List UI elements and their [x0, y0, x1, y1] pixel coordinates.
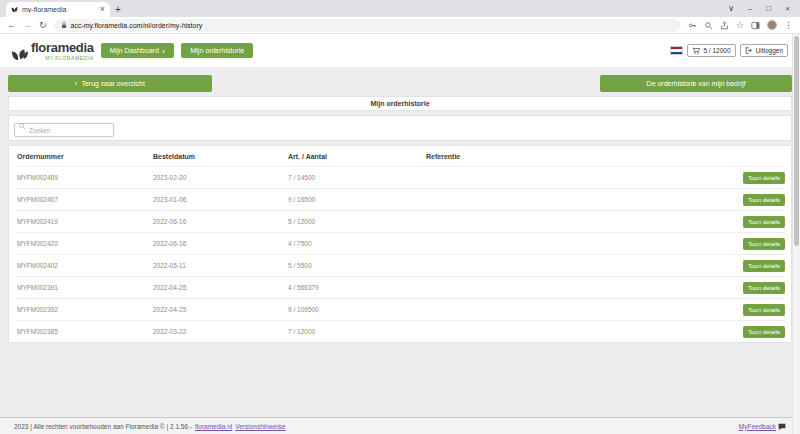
toon-details-button[interactable]: Toon details: [743, 194, 785, 206]
table-row: MYFM002467 2023-01-06 9 / 16500 Toon det…: [15, 188, 785, 210]
back-icon[interactable]: ←: [7, 21, 16, 30]
cart-icon: [692, 47, 700, 54]
table-row: MYFM002489 2023-02-20 7 / 14500 Toon det…: [15, 166, 785, 188]
key-icon[interactable]: [688, 21, 697, 30]
search-input[interactable]: [14, 123, 114, 137]
cell-art-aantal: 9 / 16500: [288, 196, 426, 203]
cell-art-aantal: 7 / 12000: [288, 328, 426, 335]
col-header-referentie: Referentie: [426, 153, 733, 160]
profile-avatar[interactable]: [767, 20, 777, 30]
leaf-icon: [12, 48, 28, 61]
bookmark-star-icon[interactable]: ☆: [736, 21, 744, 30]
floramedia-logo[interactable]: floramedia MY.FLORAMEDIA: [12, 41, 94, 61]
scrollbar-thumb[interactable]: [794, 36, 799, 246]
menu-dots-icon[interactable]: ⋮: [784, 21, 793, 30]
cell-besteldatum: 2023-02-20: [153, 174, 288, 181]
table-row: MYFM002391 2022-04-25 4 / 566379 Toon de…: [15, 276, 785, 298]
logout-button[interactable]: Uitloggen: [740, 44, 788, 57]
toon-details-button[interactable]: Toon details: [743, 260, 785, 272]
browser-tab[interactable]: my-floramedia ×: [6, 2, 110, 17]
cell-besteldatum: 2022-05-11: [153, 262, 288, 269]
window-chevron-icon[interactable]: ∨: [728, 5, 734, 13]
new-tab-button[interactable]: +: [110, 4, 126, 17]
cell-ordernummer: MYFM002467: [15, 196, 153, 203]
cell-art-aantal: 4 / 566379: [288, 284, 426, 291]
lock-icon: [61, 21, 67, 29]
browser-toolbar: ← → ↻ acc-my.floramedia.com/nl/order/my-…: [0, 17, 800, 34]
cell-art-aantal: 9 / 109500: [288, 306, 426, 313]
version-notes-link[interactable]: Versionshinweise: [235, 423, 285, 430]
table-header-row: Ordernummer Besteldatum Art. / Aantal Re…: [15, 146, 785, 166]
browser-chrome: my-floramedia × + ∨ – □ × ← → ↻ acc-my.f…: [0, 0, 800, 34]
cell-art-aantal: 7 / 14500: [288, 174, 426, 181]
minimize-button[interactable]: –: [748, 5, 752, 13]
page-title: Mijn orderhistorie: [8, 96, 792, 111]
table-row: MYFM002419 2022-06-16 5 / 12000 Toon det…: [15, 210, 785, 232]
tab-strip: my-floramedia × + ∨ – □ ×: [0, 0, 800, 17]
site-header: floramedia MY.FLORAMEDIA Mijn Dashboard …: [0, 34, 800, 67]
search-icon: [18, 122, 26, 130]
side-panel-icon[interactable]: [751, 21, 760, 30]
cell-ordernummer: MYFM002420: [15, 240, 153, 247]
window-controls: ∨ – □ ×: [718, 1, 800, 16]
copyright-text: 2023 | Alle rechten voorbehouden aan Flo…: [14, 423, 192, 430]
nav-orderhistory-button[interactable]: Mijn orderhistorie: [181, 43, 253, 58]
floramedia-link[interactable]: floramedia.nl: [195, 423, 232, 430]
cell-art-aantal: 5 / 12000: [288, 218, 426, 225]
forward-icon[interactable]: →: [23, 21, 32, 30]
share-icon[interactable]: [720, 21, 729, 30]
cell-besteldatum: 2022-04-25: [153, 306, 288, 313]
toon-details-button[interactable]: Toon details: [743, 172, 785, 184]
cell-ordernummer: MYFM002419: [15, 218, 153, 225]
cell-ordernummer: MYFM002402: [15, 262, 153, 269]
toon-details-button[interactable]: Toon details: [743, 282, 785, 294]
url-text: acc-my.floramedia.com/nl/order/my-histor…: [71, 22, 203, 29]
cell-ordernummer: MYFM002392: [15, 306, 153, 313]
table-row: MYFM002392 2022-04-25 9 / 109500 Toon de…: [15, 298, 785, 320]
table-row: MYFM002402 2022-05-11 5 / 5500 Toon deta…: [15, 254, 785, 276]
cell-besteldatum: 2023-01-06: [153, 196, 288, 203]
cart-button[interactable]: 5 / 12000: [687, 44, 735, 57]
table-row: MYFM002385 2022-03-22 7 / 12000 Toon det…: [15, 320, 785, 342]
toon-details-button[interactable]: Toon details: [743, 238, 785, 250]
cell-besteldatum: 2022-06-16: [153, 218, 288, 225]
page-content: floramedia MY.FLORAMEDIA Mijn Dashboard …: [0, 34, 800, 434]
back-to-overview-button[interactable]: ‹ Terug naar overzicht: [8, 75, 212, 92]
close-button[interactable]: ×: [785, 5, 790, 13]
logout-icon: [745, 47, 753, 54]
toon-details-button[interactable]: Toon details: [743, 216, 785, 228]
col-header-art-aantal: Art. / Aantal: [288, 153, 426, 160]
table-row: MYFM002420 2022-06-16 4 / 7500 Toon deta…: [15, 232, 785, 254]
myfeedback-link[interactable]: MyFeedback: [739, 423, 776, 430]
orders-table: Ordernummer Besteldatum Art. / Aantal Re…: [8, 145, 792, 343]
logo-text: floramedia: [31, 41, 94, 54]
toon-details-button[interactable]: Toon details: [743, 304, 785, 316]
chevron-down-icon: ∨: [162, 48, 166, 54]
favicon-icon: [11, 6, 18, 13]
toon-details-button[interactable]: Toon details: [743, 326, 785, 338]
cell-art-aantal: 5 / 5500: [288, 262, 426, 269]
scrollbar[interactable]: [792, 34, 800, 434]
cell-ordernummer: MYFM002385: [15, 328, 153, 335]
page-footer: 2023 | Alle rechten voorbehouden aan Flo…: [0, 417, 800, 434]
tab-title: my-floramedia: [22, 6, 96, 13]
tab-close-icon[interactable]: ×: [100, 5, 105, 14]
address-bar[interactable]: acc-my.floramedia.com/nl/order/my-histor…: [54, 19, 681, 32]
search-panel: [8, 115, 792, 141]
logo-subtext: MY.FLORAMEDIA: [45, 55, 94, 61]
reload-icon[interactable]: ↻: [39, 21, 47, 30]
table-body: MYFM002489 2023-02-20 7 / 14500 Toon det…: [15, 166, 785, 342]
cell-besteldatum: 2022-04-25: [153, 284, 288, 291]
nav-dashboard-button[interactable]: Mijn Dashboard ∨: [101, 43, 175, 58]
company-history-button[interactable]: De orderhistorie van mijn bedrijf: [600, 75, 792, 92]
cell-art-aantal: 4 / 7500: [288, 240, 426, 247]
cell-ordernummer: MYFM002391: [15, 284, 153, 291]
dutch-flag-icon[interactable]: [670, 46, 683, 55]
maximize-button[interactable]: □: [766, 5, 771, 13]
zoom-icon[interactable]: [704, 21, 713, 30]
col-header-besteldatum: Besteldatum: [153, 153, 288, 160]
cell-besteldatum: 2022-03-22: [153, 328, 288, 335]
col-header-ordernummer: Ordernummer: [15, 153, 153, 160]
cell-besteldatum: 2022-06-16: [153, 240, 288, 247]
feedback-bubble-icon: [778, 423, 786, 430]
